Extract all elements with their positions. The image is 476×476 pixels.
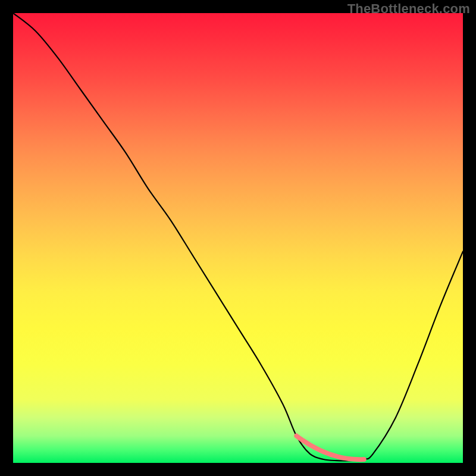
curve-layer (13, 13, 463, 463)
bottleneck-curve (13, 13, 463, 461)
attribution-text: TheBottleneck.com (347, 1, 470, 17)
optimal-zone-marker (296, 436, 364, 460)
chart-container: TheBottleneck.com (0, 0, 476, 476)
plot-area (13, 13, 463, 463)
